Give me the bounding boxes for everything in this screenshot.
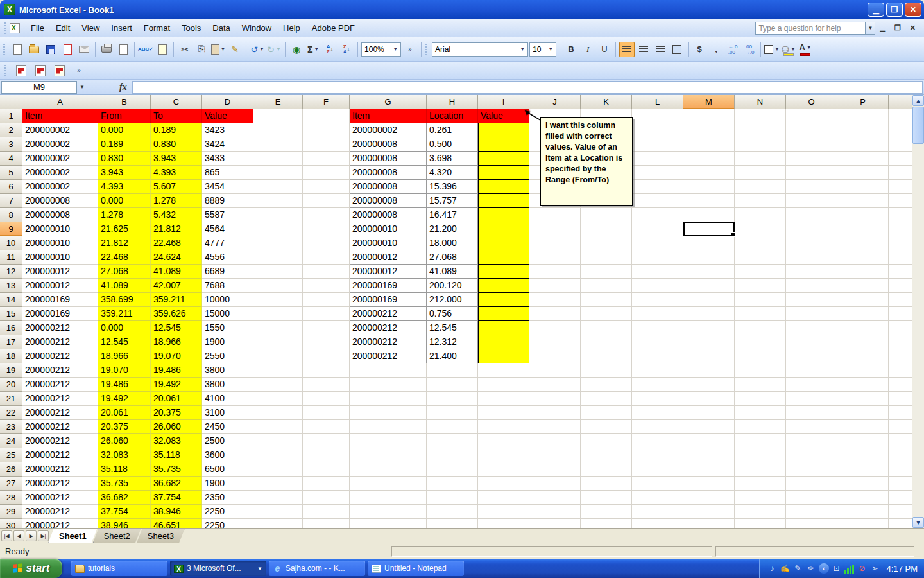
column-header-P[interactable]: P xyxy=(837,95,889,109)
cell-J17[interactable] xyxy=(529,335,581,349)
cell-M6[interactable] xyxy=(683,180,735,194)
cell-P12[interactable] xyxy=(837,265,889,279)
cell-C29[interactable]: 38.946 xyxy=(151,505,202,519)
cell-B22[interactable]: 20.061 xyxy=(98,406,151,420)
cell-O12[interactable] xyxy=(786,265,837,279)
cell-M10[interactable] xyxy=(683,236,735,250)
cell-F11[interactable] xyxy=(303,250,350,265)
cell-A15[interactable]: 200000169 xyxy=(22,307,98,321)
cell-D16[interactable]: 1550 xyxy=(202,321,253,335)
cell-A23[interactable]: 200000212 xyxy=(22,420,98,434)
row-header-5[interactable]: 5 xyxy=(0,166,22,180)
cell-C4[interactable]: 3.943 xyxy=(151,152,202,166)
row-header-22[interactable]: 22 xyxy=(0,406,22,420)
cell-G11[interactable]: 200000012 xyxy=(350,250,427,265)
cell-A10[interactable]: 200000010 xyxy=(22,236,98,250)
cell-K14[interactable] xyxy=(581,293,632,307)
cell-E22[interactable] xyxy=(253,406,303,420)
cell-F5[interactable] xyxy=(303,166,350,180)
cell-C21[interactable]: 20.061 xyxy=(151,392,202,406)
cell-F18[interactable] xyxy=(303,349,350,363)
row-header-16[interactable]: 16 xyxy=(0,321,22,335)
cell-M16[interactable] xyxy=(683,321,735,335)
cell-H19[interactable] xyxy=(427,363,478,378)
cell-L25[interactable] xyxy=(632,448,683,462)
row-header-27[interactable]: 27 xyxy=(0,477,22,491)
cell-B14[interactable]: 358.699 xyxy=(98,293,151,307)
cell-A26[interactable]: 200000212 xyxy=(22,462,98,477)
row-header-29[interactable]: 29 xyxy=(0,505,22,519)
cell-M29[interactable] xyxy=(683,505,735,519)
convert-to-pdf-button[interactable] xyxy=(13,63,29,78)
cell-H30[interactable] xyxy=(427,519,478,528)
menu-item-help[interactable]: Help xyxy=(277,21,306,35)
cell-P22[interactable] xyxy=(837,406,889,420)
cell-G4[interactable]: 200000008 xyxy=(350,152,427,166)
comma-style-button[interactable]: , xyxy=(708,42,724,57)
cell-G1[interactable]: Item xyxy=(350,109,427,123)
cell-E20[interactable] xyxy=(253,378,303,392)
cell-E18[interactable] xyxy=(253,349,303,363)
cell-F2[interactable] xyxy=(303,123,350,137)
previous-sheet-button[interactable]: ◀ xyxy=(13,530,24,541)
taskbar-item-untitled-notepad[interactable]: Untitled - Notepad xyxy=(368,561,464,576)
cell-E11[interactable] xyxy=(253,250,303,265)
cell-D28[interactable]: 2350 xyxy=(202,491,253,505)
column-header-N[interactable]: N xyxy=(735,95,786,109)
cell-C19[interactable]: 19.486 xyxy=(151,363,202,378)
cell-C17[interactable]: 18.966 xyxy=(151,335,202,349)
cell-H4[interactable]: 3.698 xyxy=(427,152,478,166)
row-header-4[interactable]: 4 xyxy=(0,152,22,166)
cell-A21[interactable]: 200000212 xyxy=(22,392,98,406)
format-painter-button[interactable]: ✎ xyxy=(227,42,243,57)
undo-button[interactable]: ↺▼ xyxy=(250,42,265,57)
cell-G25[interactable] xyxy=(350,448,427,462)
menu-item-format[interactable]: Format xyxy=(138,21,176,35)
cell-F24[interactable] xyxy=(303,434,350,448)
cell-O26[interactable] xyxy=(786,462,837,477)
font-size-dropdown-icon[interactable]: ▼ xyxy=(548,46,553,52)
cell-L7[interactable] xyxy=(632,194,683,208)
cell-N29[interactable] xyxy=(735,505,786,519)
cell-C13[interactable]: 42.007 xyxy=(151,279,202,293)
cell-O5[interactable] xyxy=(786,166,837,180)
cell-A1[interactable]: Item xyxy=(22,109,98,123)
zoom-combobox[interactable]: 100%▼ xyxy=(361,42,401,57)
cell-L16[interactable] xyxy=(632,321,683,335)
row-header-1[interactable]: 1 xyxy=(0,109,22,123)
row-header-13[interactable]: 13 xyxy=(0,279,22,293)
align-center-button[interactable] xyxy=(636,42,651,57)
row-header-23[interactable]: 23 xyxy=(0,420,22,434)
cell-F6[interactable] xyxy=(303,180,350,194)
cell-L5[interactable] xyxy=(632,166,683,180)
cell-G13[interactable]: 200000169 xyxy=(350,279,427,293)
cell-H18[interactable]: 21.400 xyxy=(427,349,478,363)
cell-I29[interactable] xyxy=(478,505,529,519)
cell-P26[interactable] xyxy=(837,462,889,477)
cell-O21[interactable] xyxy=(786,392,837,406)
cell-C14[interactable]: 359.211 xyxy=(151,293,202,307)
cell-J10[interactable] xyxy=(529,236,581,250)
cell-E25[interactable] xyxy=(253,448,303,462)
cell-E10[interactable] xyxy=(253,236,303,250)
cell-N22[interactable] xyxy=(735,406,786,420)
cell-B7[interactable]: 0.000 xyxy=(98,194,151,208)
cell-J27[interactable] xyxy=(529,477,581,491)
cell-P25[interactable] xyxy=(837,448,889,462)
cell-I18[interactable] xyxy=(478,349,529,363)
cell-E9[interactable] xyxy=(253,222,303,236)
cell-B18[interactable]: 18.966 xyxy=(98,349,151,363)
cell-P3[interactable] xyxy=(837,137,889,152)
cell-K26[interactable] xyxy=(581,462,632,477)
cell-I24[interactable] xyxy=(478,434,529,448)
cell-O11[interactable] xyxy=(786,250,837,265)
cell-D24[interactable]: 2500 xyxy=(202,434,253,448)
cell-M2[interactable] xyxy=(683,123,735,137)
formula-input[interactable] xyxy=(132,81,923,94)
collapse-arrow-icon[interactable]: ‹ xyxy=(819,563,829,574)
cell-F30[interactable] xyxy=(303,519,350,528)
cell-B10[interactable]: 21.812 xyxy=(98,236,151,250)
cell-E6[interactable] xyxy=(253,180,303,194)
cell-K8[interactable] xyxy=(581,208,632,222)
print-preview-button[interactable] xyxy=(116,42,131,57)
